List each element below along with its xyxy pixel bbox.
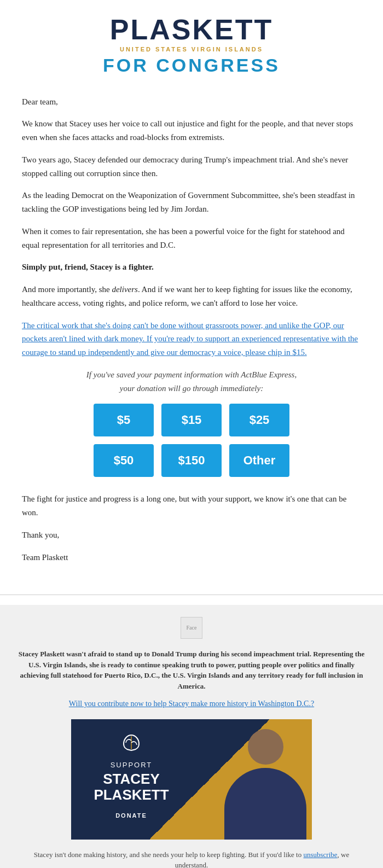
donate-5-button[interactable]: $5 [94,404,154,436]
paragraph-4: When it comes to fair representation, sh… [22,225,361,252]
section-divider [0,595,383,595]
paragraph-2: Two years ago, Stacey defended our democ… [22,153,361,180]
p6-pre: And more importantly, she [22,285,112,294]
paragraph-7: The fight for justice and progress is a … [22,492,361,520]
paragraph-1: We know that Stacey uses her voice to ca… [22,117,361,144]
footer-section: Face Stacey Plaskett wasn't afraid to st… [0,605,383,868]
unsubscribe-link[interactable]: unsubscribe [303,850,337,859]
email-body: Dear team, We know that Stacey uses her … [0,84,383,590]
face-icon: Face [181,617,202,639]
face-icon-label: Face [187,624,197,632]
support-banner: SUPPORT STACEY PLASKETT DONATE [71,719,312,840]
banner-right-side [192,719,312,840]
paragraph-8: Thank you, [22,528,361,542]
p6-italic: delivers [112,285,137,294]
paragraph-9: Team Plaskett [22,551,361,564]
greeting: Dear team, [22,95,361,109]
donate-other-button[interactable]: Other [229,444,289,477]
banner-donate-button[interactable]: DONATE [105,808,158,824]
donation-row-1: $5 $15 $25 [22,404,361,436]
paragraph-6: And more importantly, she delivers. And … [22,283,361,310]
donate-50-button[interactable]: $50 [94,444,154,477]
congress-title: FOR CONGRESS [11,56,372,74]
contribute-link[interactable]: Will you contribute now to help Stacey m… [16,698,367,710]
banner-name-line2: PLASKETT [82,787,181,803]
person-body [224,768,306,840]
donate-15-button[interactable]: $15 [161,404,222,436]
paragraph-3: As the leading Democrat on the Weaponiza… [22,189,361,216]
donate-25-button[interactable]: $25 [229,404,289,436]
actblue-note: If you've saved your payment information… [22,368,361,395]
cta-link[interactable]: The critical work that she's doing can't… [22,321,358,357]
person-image [219,719,312,840]
banner-logo-icon [82,734,181,755]
paragraph-5-bold: Simply put, friend, Stacey is a fighter. [22,260,361,274]
unsubscribe-pre: Stacey isn't done making history, and sh… [34,850,304,859]
person-head [248,729,283,765]
usvi-subtitle: UNITED STATES VIRGIN ISLANDS [11,45,372,55]
email-header: PLASKETT UNITED STATES VIRGIN ISLANDS FO… [0,0,383,84]
footer-bio: Stacey Plaskett wasn't afraid to stand u… [16,649,367,691]
plaskett-title: PLASKETT [11,15,372,44]
donation-buttons-container: $5 $15 $25 $50 $150 Other [22,404,361,477]
footer-unsubscribe-text: Stacey isn't done making history, and sh… [16,849,367,868]
banner-name-line1: STACEY [82,771,181,787]
banner-support-text: SUPPORT [82,760,181,771]
banner-left-side: SUPPORT STACEY PLASKETT DONATE [71,724,192,834]
cta-link-paragraph[interactable]: The critical work that she's doing can't… [22,319,361,359]
donation-row-2: $50 $150 Other [22,444,361,477]
face-icon-container: Face [16,617,367,644]
donate-150-button[interactable]: $150 [161,444,222,477]
